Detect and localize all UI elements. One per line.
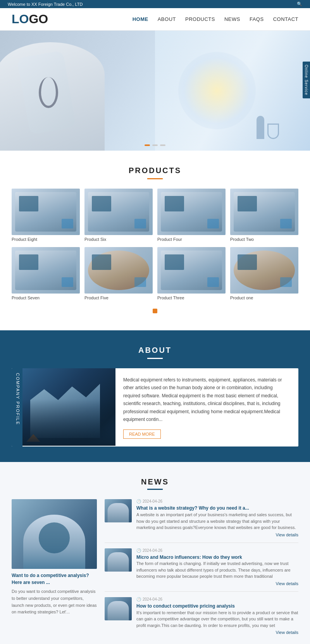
read-more-button[interactable]: READ MORE [123,429,161,439]
news-featured-title[interactable]: Want to do a competitive analysis? Here … [12,572,97,586]
news-item-title-1[interactable]: What is a website strategy? Why do you n… [136,505,298,512]
about-sidebar-label: COMPANY PROFILE [12,368,22,447]
products-page-dot-1[interactable] [153,309,157,313]
hero-banner: Online Service [0,31,310,151]
news-title-underline [147,489,163,490]
building-shape [30,384,100,438]
silhouette-person [257,116,264,139]
medical-device-eight [15,192,76,232]
hero-left [0,31,155,151]
nav-about[interactable]: ABOUT [158,16,176,22]
products-grid-row2: Product Seven Product Five Product Three… [12,247,298,300]
news-item-3: 🕐 2024-04-26 How to conduct competitive … [105,597,298,640]
clock-icon-1: 🕐 [136,499,141,503]
triangle-accent [26,434,40,442]
logo[interactable]: LOGO [12,12,48,26]
news-title: NEWS [12,477,298,486]
product-img-four [157,189,226,235]
news-item-excerpt-1: A website is an important part of your b… [136,512,298,531]
hero-dot-1[interactable] [145,144,150,146]
about-card: COMPANY PROFILE Medical equipment refers… [12,368,298,447]
clock-icon-3: 🕐 [136,597,141,601]
logo-text: L [12,12,19,26]
news-item-content-3: 🕐 2024-04-26 How to conduct competitive … [136,597,298,635]
clock-icon-2: 🕐 [136,548,141,553]
top-bar: Welcome to XX Foreign Trade Co., LTD 🔍 [0,0,310,8]
nav-products[interactable]: PRODUCTS [185,16,215,22]
view-details-2[interactable]: View details [136,581,298,586]
product-img-eight [12,189,80,235]
medical-device-one [234,251,295,290]
news-item-date-2: 🕐 2024-04-26 [136,548,298,553]
light-burst [178,52,256,129]
news-item-img-2 [105,548,132,572]
hero-pagination [145,144,165,146]
product-label-eight: Product Eight [12,237,80,242]
about-title: ABOUT [12,346,298,355]
product-label-two: Product Two [230,237,298,242]
news-item-title-2[interactable]: Micro and Macro influencers: How do they… [136,554,298,561]
products-grid-row1: Product Eight Product Six Product Four P… [12,189,298,242]
medical-device-seven [15,251,76,290]
product-item-six[interactable]: Product Six [84,189,153,242]
product-img-two [230,189,298,235]
silhouette-group [257,116,279,139]
product-item-two[interactable]: Product Two [230,189,298,242]
news-featured-excerpt: Do you want to conduct competitive analy… [12,588,97,615]
view-details-1[interactable]: View details [136,532,298,537]
product-label-three: Product Three [157,295,226,300]
news-item-date-3: 🕐 2024-04-26 [136,597,298,601]
news-grid: Want to do a competitive analysis? Here … [12,499,298,640]
news-item-excerpt-2: The form of marketing is changing. If in… [136,560,298,580]
news-list: 🕐 2024-04-26 What is a website strategy?… [105,499,298,640]
product-img-five [84,247,153,294]
nav-faqs[interactable]: FAQS [250,16,264,22]
product-item-one[interactable]: Product one [230,247,298,300]
news-section: NEWS Want to do a competitive analysis? … [0,462,310,644]
news-item-title-3[interactable]: How to conduct competitive pricing analy… [136,603,298,610]
stethoscope [39,77,58,108]
nav-news[interactable]: NEWS [224,16,240,22]
nav-contact[interactable]: CONTACT [273,16,298,22]
hero-dot-2[interactable] [152,144,158,146]
nav-home[interactable]: HOME [133,16,148,22]
news-featured-img [12,499,97,569]
product-img-three [157,247,226,294]
news-item-2: 🕐 2024-04-26 Micro and Macro influencers… [105,548,298,592]
product-item-three[interactable]: Product Three [157,247,226,300]
product-item-eight[interactable]: Product Eight [12,189,80,242]
product-img-one [230,247,298,294]
products-pagination [12,308,298,315]
about-building-img [22,368,115,446]
about-title-underline [147,358,163,359]
product-label-five: Product Five [84,295,153,300]
product-item-five[interactable]: Product Five [84,247,153,300]
product-item-seven[interactable]: Product Seven [12,247,80,300]
product-label-six: Product Six [84,237,153,242]
news-item-img-1 [105,499,132,522]
about-section: ABOUT COMPANY PROFILE Medical equipment … [0,330,310,462]
silhouette-wheelchair [267,124,279,139]
medical-device-four [161,192,222,232]
product-label-one: Product one [230,295,298,300]
about-content: Medical equipment refers to instruments,… [115,368,298,447]
news-featured: Want to do a competitive analysis? Here … [12,499,97,640]
welcome-text: Welcome to XX Foreign Trade Co., LTD [8,2,83,7]
medical-device-six [88,192,149,232]
products-section: PRODUCTS Product Eight Product Six Produ… [0,151,310,330]
search-icon[interactable]: 🔍 [297,2,302,7]
view-details-3[interactable]: View details [136,630,298,635]
header: LOGO HOME ABOUT PRODUCTS NEWS FAQS CONTA… [0,8,310,31]
medical-device-three [161,251,222,290]
product-img-six [84,189,153,235]
medical-device-five [88,251,149,290]
hero-dot-3[interactable] [160,144,165,146]
news-item-date-1: 🕐 2024-04-26 [136,499,298,503]
online-service-btn[interactable]: Online Service [303,62,310,98]
product-label-four: Product Four [157,237,226,242]
products-title: PRODUCTS [12,166,298,179]
news-featured-mri [23,515,85,569]
medical-device-two [234,192,295,232]
product-item-four[interactable]: Product Four [157,189,226,242]
news-item-img-3 [105,597,132,620]
